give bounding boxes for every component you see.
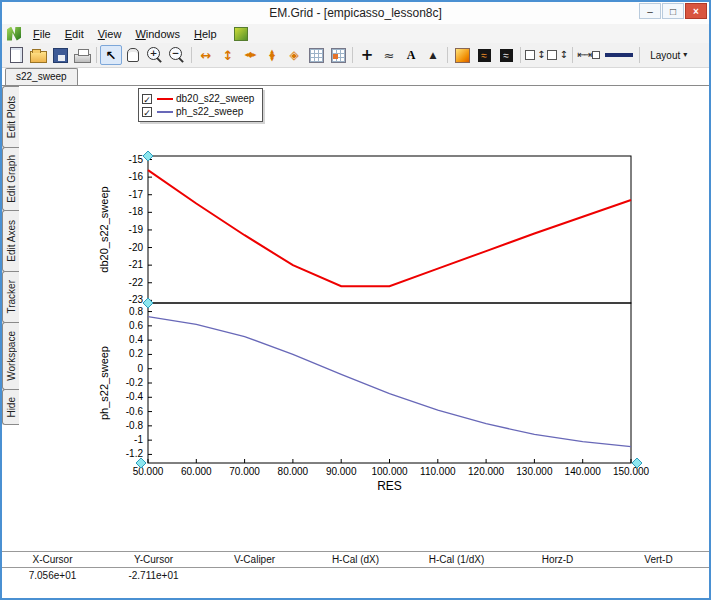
legend-swatch-db20 <box>157 98 173 100</box>
x-axis-label: RES <box>377 479 402 493</box>
autoscale-y-button[interactable]: ◂◆▸ <box>261 45 283 65</box>
edit-trace-icon: ≈ <box>384 49 395 62</box>
marker-horizontal-icon: ↕ <box>559 50 567 60</box>
toolbar-separator <box>447 47 448 63</box>
add-shape-button[interactable]: ▲ <box>422 45 444 65</box>
x-tick-label: 70.000 <box>229 466 260 477</box>
legend-label-db20: db20_s22_sweep <box>176 93 254 104</box>
toolbar-separator <box>520 47 521 63</box>
y-tick-label: 0.6 <box>129 320 143 331</box>
zoom-in-button[interactable] <box>144 45 166 65</box>
menu-file[interactable]: File <box>26 28 58 40</box>
y-tick-label: -0.2 <box>126 377 144 388</box>
edit-trace-button[interactable]: ≈ <box>378 45 400 65</box>
add-text-button[interactable]: A <box>400 45 422 65</box>
main-area: Edit Plots Edit Graph Edit Axes Tracker … <box>2 86 709 551</box>
x-tick-label: 80.000 <box>278 466 309 477</box>
x-tick-label: 100.000 <box>371 466 408 477</box>
layout-button[interactable]: Layout▾ <box>643 45 695 65</box>
status-header-vert-d: Vert-D <box>608 554 709 565</box>
title-bar[interactable]: EM.Grid - [empicasso_lesson8c] – □ × <box>2 2 709 24</box>
save-button[interactable] <box>49 45 71 65</box>
legend-item: ✓ ph_s22_sweep <box>142 105 254 118</box>
axis-handle-icon[interactable] <box>143 298 153 308</box>
toolbar-separator <box>191 47 192 63</box>
trace-ph_s22_sweep[interactable] <box>148 317 631 447</box>
y-axis-label: ph_s22_sweep <box>98 346 110 420</box>
add-shape-icon: ▲ <box>430 51 437 60</box>
toolbar-separator <box>352 47 353 63</box>
toolbar: ↖↔↕◂◆▸◂◆▸◈+≈A▲↕↕⇤⇥Layout▾ <box>2 43 709 68</box>
side-tab-strip: Edit Plots Edit Graph Edit Axes Tracker … <box>2 86 20 551</box>
open-folder-button[interactable] <box>27 45 49 65</box>
status-header-x-cursor: X-Cursor <box>2 554 103 565</box>
status-header-v-caliper: V-Caliper <box>204 554 305 565</box>
autoscale-x-button[interactable]: ◂◆▸ <box>239 45 261 65</box>
marker-horizontal-button[interactable]: ↕ <box>546 45 568 65</box>
add-cursor-button[interactable]: + <box>356 45 378 65</box>
marker-vertical-button[interactable]: ↕ <box>524 45 546 65</box>
fullscale-x-button[interactable]: ↔ <box>195 45 217 65</box>
new-file-button[interactable] <box>5 45 27 65</box>
sidebar-tab-tracker[interactable]: Tracker <box>2 271 19 323</box>
y-tick-label: 0.4 <box>129 334 143 345</box>
fft-button[interactable] <box>473 45 495 65</box>
legend-label-ph: ph_s22_sweep <box>176 106 243 117</box>
y-tick-label: -22 <box>129 277 144 288</box>
legend-checkbox-ph[interactable]: ✓ <box>142 107 152 117</box>
menu-windows[interactable]: Windows <box>128 28 187 40</box>
y-tick-label: -18 <box>129 206 144 217</box>
marker-vertical-icon: ↕ <box>537 50 545 60</box>
toolbar-separator <box>639 47 640 63</box>
line-style-button[interactable] <box>602 45 636 65</box>
x-tick-label: 50.000 <box>133 466 164 477</box>
select-arrow-icon: ↖ <box>106 49 117 62</box>
caliper-button[interactable]: ⇤⇥ <box>576 45 602 65</box>
y-tick-label: -0.4 <box>126 391 144 402</box>
status-header-h-cal-1dx: H-Cal (1/dX) <box>406 554 507 565</box>
ifft-button[interactable] <box>495 45 517 65</box>
plot-canvas[interactable]: -15-16-17-18-19-20-21-22-23db20_s22_swee… <box>20 86 709 516</box>
status-value-row: 7.056e+01 -2.711e+01 <box>2 568 709 583</box>
trace-db20_s22_sweep[interactable] <box>148 170 631 286</box>
colormap-button[interactable] <box>451 45 473 65</box>
legend-checkbox-db20[interactable]: ✓ <box>142 94 152 104</box>
chart-icon[interactable] <box>234 27 248 41</box>
fullscale-y-icon: ↕ <box>223 49 234 62</box>
select-arrow-button[interactable]: ↖ <box>100 45 122 65</box>
autoscale-xy-button[interactable]: ◈ <box>283 45 305 65</box>
sidebar-tab-workspace[interactable]: Workspace <box>2 322 19 390</box>
close-button[interactable]: × <box>685 3 707 19</box>
autoscale-xy-icon: ◈ <box>289 49 298 61</box>
plot-tab-row: s22_sweep <box>2 68 709 86</box>
sidebar-tab-edit-axes[interactable]: Edit Axes <box>2 210 19 272</box>
pan-hand-button[interactable] <box>122 45 144 65</box>
sidebar-tab-edit-graph[interactable]: Edit Graph <box>2 147 19 211</box>
tab-s22-sweep[interactable]: s22_sweep <box>5 68 78 85</box>
status-header-y-cursor: Y-Cursor <box>103 554 204 565</box>
zoom-out-button[interactable] <box>166 45 188 65</box>
x-tick-label: 110.000 <box>420 466 456 477</box>
layout-icon: ▾ <box>683 51 687 59</box>
menu-view[interactable]: View <box>91 28 129 40</box>
x-tick-label: 150.000 <box>613 466 650 477</box>
fullscale-x-icon: ↔ <box>201 49 212 62</box>
print-button[interactable] <box>71 45 93 65</box>
status-bar: X-Cursor Y-Cursor V-Caliper H-Cal (dX) H… <box>2 551 709 598</box>
add-cursor-icon: + <box>361 48 374 63</box>
sidebar-tab-hide[interactable]: Hide <box>2 389 19 425</box>
status-header-h-cal-dx: H-Cal (dX) <box>305 554 406 565</box>
fullscale-y-button[interactable]: ↕ <box>217 45 239 65</box>
sidebar-tab-edit-plots[interactable]: Edit Plots <box>2 86 19 148</box>
maximize-button[interactable]: □ <box>662 3 684 19</box>
minimize-button[interactable]: – <box>639 3 661 19</box>
menu-help[interactable]: Help <box>187 28 224 40</box>
grid-color-button[interactable] <box>327 45 349 65</box>
x-tick-label: 140.000 <box>565 466 602 477</box>
y-tick-label: 0.2 <box>129 348 143 359</box>
legend: ✓ db20_s22_sweep ✓ ph_s22_sweep <box>138 88 263 122</box>
menu-edit[interactable]: Edit <box>58 28 91 40</box>
y-tick-label: -21 <box>129 259 144 270</box>
plot-frame <box>148 303 631 463</box>
grid-options-button[interactable] <box>305 45 327 65</box>
